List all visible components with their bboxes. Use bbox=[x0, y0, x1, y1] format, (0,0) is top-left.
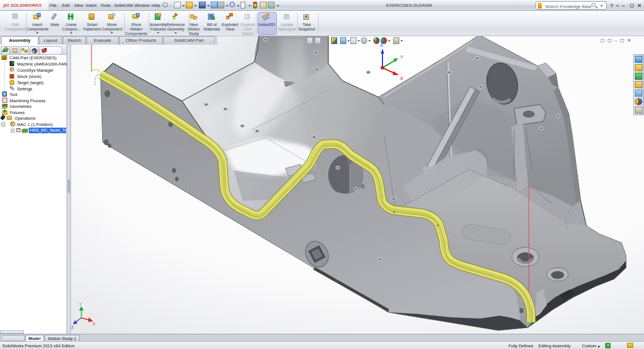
svg-text:X: X bbox=[93, 322, 95, 326]
svg-text:Z: Z bbox=[71, 325, 73, 329]
svg-text:X: X bbox=[400, 76, 403, 81]
svg-text:Y: Y bbox=[79, 302, 82, 306]
svg-text:Y: Y bbox=[400, 54, 403, 60]
